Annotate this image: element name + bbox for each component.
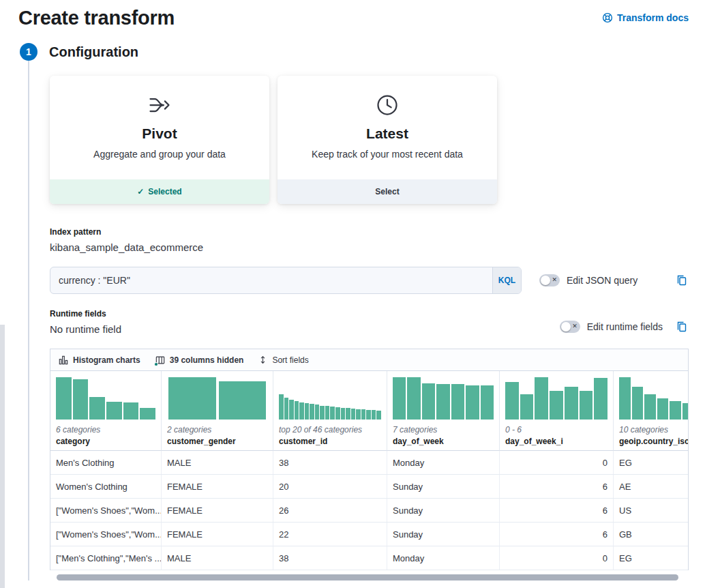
- histogram-bar: [305, 403, 310, 420]
- histogram-day_of_week_i: [505, 377, 608, 420]
- pivot-selected-footer[interactable]: ✓Selected: [50, 179, 269, 204]
- copy-icon: [676, 275, 687, 286]
- histogram-bar: [219, 381, 267, 420]
- column-header-category[interactable]: 6 categoriescategory: [50, 371, 162, 451]
- histogram-bar: [466, 385, 479, 420]
- histogram-bar: [594, 378, 608, 420]
- histogram-bar: [505, 382, 519, 420]
- histogram-geoip.country_iso_code: [619, 377, 689, 420]
- cell-customer_id[interactable]: 38: [273, 546, 387, 570]
- column-name: category: [56, 437, 155, 446]
- runtime-fields-value: No runtime field: [50, 323, 220, 335]
- cell-category[interactable]: ["Men's Clothing","Men's ...: [50, 546, 162, 570]
- kql-language-button[interactable]: KQL: [492, 267, 521, 293]
- cell-category[interactable]: ["Women's Shoes","Wom...: [50, 523, 162, 546]
- check-icon: ✓: [137, 187, 144, 196]
- column-header-geoip.country_iso_code[interactable]: 10 categoriesgeoip.country_iso_code: [614, 371, 689, 451]
- latest-card[interactable]: Latest Keep track of your most recent da…: [278, 76, 497, 204]
- cell-day_of_week[interactable]: Sunday: [387, 499, 500, 522]
- cell-day_of_week[interactable]: Sunday: [387, 523, 500, 546]
- copy-json-query-button[interactable]: [675, 274, 689, 287]
- cell-geoip.country_iso_code[interactable]: US: [614, 499, 689, 522]
- cell-customer_id[interactable]: 22: [273, 523, 387, 546]
- cell-day_of_week[interactable]: Monday: [387, 451, 500, 474]
- latest-select-footer[interactable]: Select: [278, 179, 497, 204]
- bar-chart-icon: [59, 355, 68, 365]
- cell-day_of_week_i[interactable]: 0: [500, 451, 614, 474]
- cell-customer_gender[interactable]: MALE: [162, 451, 273, 474]
- cell-customer_id[interactable]: 26: [273, 499, 387, 522]
- step-row: 1 Configuration: [18, 43, 689, 61]
- pivot-card[interactable]: Pivot Aggregate and group your data ✓Sel…: [50, 76, 269, 204]
- histogram-bar: [168, 377, 216, 420]
- cell-day_of_week[interactable]: Sunday: [387, 475, 500, 498]
- cell-day_of_week_i[interactable]: 0: [500, 546, 614, 570]
- query-row: KQL ✕ Edit JSON query: [50, 267, 689, 294]
- histogram-bar: [451, 384, 464, 420]
- cell-customer_gender[interactable]: FEMALE: [162, 523, 273, 546]
- histogram-bar: [346, 408, 350, 420]
- cell-customer_gender[interactable]: FEMALE: [162, 499, 273, 522]
- cell-customer_id[interactable]: 20: [273, 475, 387, 498]
- transform-docs-label: Transform docs: [617, 12, 689, 23]
- index-pattern-label: Index pattern: [50, 227, 689, 237]
- table-row: Women's ClothingFEMALE20Sunday6AE: [50, 475, 688, 499]
- column-header-day_of_week_i[interactable]: 0 - 6day_of_week_i: [500, 371, 614, 451]
- histogram-bar: [320, 406, 325, 420]
- cell-category[interactable]: ["Women's Shoes","Wom...: [50, 499, 162, 522]
- cell-geoip.country_iso_code[interactable]: AE: [614, 475, 689, 498]
- horizontal-scrollbar-thumb[interactable]: [57, 574, 678, 580]
- copy-runtime-fields-button[interactable]: [675, 320, 689, 334]
- pivot-icon: [147, 93, 172, 117]
- columns-badge-dot: [154, 362, 158, 366]
- latest-card-body: Latest Keep track of your most recent da…: [278, 76, 497, 179]
- sort-icon: [258, 355, 267, 364]
- column-header-customer_id[interactable]: top 20 of 46 categoriescustomer_id: [273, 371, 387, 451]
- cell-geoip.country_iso_code[interactable]: GB: [614, 523, 689, 546]
- histogram-charts-button[interactable]: Histogram charts: [59, 355, 140, 365]
- cell-day_of_week_i[interactable]: 6: [500, 475, 614, 498]
- transform-docs-link[interactable]: Transform docs: [602, 12, 689, 23]
- runtime-fields-row: Runtime fields No runtime field ✕ Edit r…: [50, 309, 689, 335]
- column-legend: 7 categories: [393, 425, 494, 435]
- column-legend: 0 - 6: [505, 425, 608, 435]
- table-row: ["Women's Shoes","Wom...FEMALE26Sunday6U…: [50, 499, 688, 523]
- cell-day_of_week[interactable]: Monday: [387, 546, 500, 570]
- left-edge-scrollbar[interactable]: [0, 325, 5, 588]
- column-header-customer_gender[interactable]: 2 categoriescustomer_gender: [162, 371, 273, 451]
- columns-hidden-button[interactable]: 39 columns hidden: [155, 355, 244, 365]
- pivot-card-description: Aggregate and group your data: [93, 149, 226, 160]
- create-transform-page: Create transform Transform docs 1 Config…: [0, 0, 705, 588]
- sort-fields-button[interactable]: Sort fields: [258, 355, 308, 365]
- horizontal-scrollbar: [50, 574, 689, 580]
- edit-runtime-fields-toggle[interactable]: ✕: [560, 321, 580, 333]
- histogram-bar: [89, 397, 105, 420]
- table-row: Men's ClothingMALE38Monday0EG: [50, 451, 688, 475]
- cell-category[interactable]: Women's Clothing: [50, 475, 162, 498]
- runtime-fields-info: Runtime fields No runtime field: [50, 309, 220, 335]
- documentation-icon: [602, 12, 613, 23]
- column-header-day_of_week[interactable]: 7 categoriesday_of_week: [387, 371, 500, 451]
- query-input[interactable]: [50, 267, 492, 293]
- cell-customer_gender[interactable]: FEMALE: [162, 475, 273, 498]
- histogram-bar: [644, 394, 656, 420]
- columns-hidden-label: 39 columns hidden: [170, 355, 244, 365]
- cell-day_of_week_i[interactable]: 6: [500, 499, 614, 522]
- data-grid: Histogram charts 39 columns hidden: [50, 349, 689, 570]
- histogram-bar: [580, 391, 593, 420]
- histogram-bar: [106, 402, 122, 420]
- cell-geoip.country_iso_code[interactable]: EG: [614, 546, 689, 570]
- edit-json-query-toggle[interactable]: ✕: [539, 274, 560, 286]
- column-name: day_of_week: [393, 437, 494, 446]
- histogram-bar: [657, 398, 669, 420]
- histogram-bar: [123, 402, 139, 420]
- histogram-customer_id: [279, 377, 381, 420]
- histogram-bar: [356, 409, 361, 420]
- cell-customer_gender[interactable]: MALE: [162, 546, 273, 570]
- cell-category[interactable]: Men's Clothing: [50, 451, 162, 474]
- histogram-bar: [330, 407, 335, 420]
- cell-geoip.country_iso_code[interactable]: EG: [614, 451, 689, 474]
- cell-customer_id[interactable]: 38: [273, 451, 387, 474]
- cell-day_of_week_i[interactable]: 6: [500, 523, 614, 546]
- histogram-bar: [481, 385, 494, 420]
